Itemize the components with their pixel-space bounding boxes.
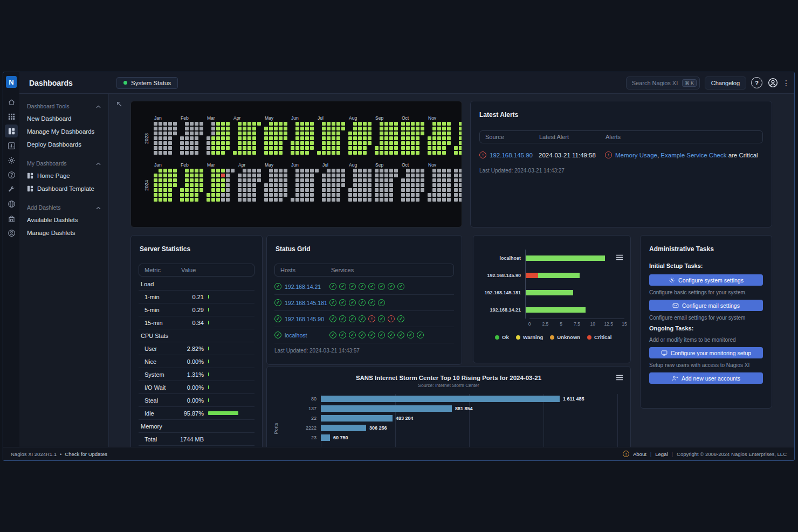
service-ok-icon[interactable]: ✓ xyxy=(368,283,375,290)
service-ok-icon[interactable]: ✓ xyxy=(329,331,336,338)
nagios-logo[interactable]: N xyxy=(6,76,17,88)
changelog-button[interactable]: Changelog xyxy=(705,77,746,89)
service-critical-icon[interactable]: ! xyxy=(388,315,395,322)
check-updates-link[interactable]: Check for Updates xyxy=(65,451,107,457)
kebab-menu-icon[interactable]: ⋮ xyxy=(782,79,788,87)
legal-link[interactable]: Legal xyxy=(655,451,668,457)
configure-gear-icon[interactable] xyxy=(5,154,18,167)
heatmap-year-row: 2024JanFebMarAprMayJunJulAugSepOctNov xyxy=(143,162,462,202)
host-link[interactable]: localhost xyxy=(285,332,307,338)
sidebar-item-dashboard-template[interactable]: Dashboard Template xyxy=(19,182,108,195)
reports-chart-icon[interactable] xyxy=(5,139,18,152)
service-ok-icon[interactable]: ✓ xyxy=(417,331,424,338)
service-ok-icon[interactable]: ✓ xyxy=(339,299,346,306)
dashlet-menu-icon[interactable] xyxy=(616,373,623,383)
status-grid-rows: ✓192.168.14.21✓✓✓✓✓✓✓✓✓192.168.145.181✓✓… xyxy=(267,279,462,343)
heatmap-day-cell xyxy=(384,198,388,202)
service-critical-icon[interactable]: ! xyxy=(368,315,375,322)
metric-bar xyxy=(208,308,209,312)
service-ok-icon[interactable]: ✓ xyxy=(378,299,385,306)
service-ok-icon[interactable]: ✓ xyxy=(359,331,366,338)
legend-item-unknown[interactable]: Unknown xyxy=(550,334,580,340)
dashboards-icon[interactable] xyxy=(5,125,18,137)
status-grid-row: ✓localhost✓✓✓✓✓✓✓✓✓✓ xyxy=(274,327,454,343)
configure-system-settings-button[interactable]: Configure system settings xyxy=(649,274,763,286)
system-status-pill[interactable]: System Status xyxy=(116,77,178,89)
host-link[interactable]: 192.168.145.181 xyxy=(285,300,327,306)
alert-source-link[interactable]: 192.168.145.90 xyxy=(490,152,533,158)
sidebar-item-available-dashlets[interactable]: Available Dashlets xyxy=(19,213,108,226)
service-ok-icon[interactable]: ✓ xyxy=(349,315,356,322)
service-ok-icon[interactable]: ✓ xyxy=(339,331,346,338)
sidebar-item-new-dashboard[interactable]: New Dashboard xyxy=(19,112,108,125)
service-ok-icon[interactable]: ✓ xyxy=(359,299,366,306)
metric-value: 0.00% xyxy=(178,384,204,391)
views-grid-icon[interactable] xyxy=(5,110,18,123)
help-circle-icon[interactable] xyxy=(5,168,18,181)
service-ok-icon[interactable]: ✓ xyxy=(368,331,375,338)
service-ok-icon[interactable]: ✓ xyxy=(378,331,385,338)
alert-service-link[interactable]: Memory Usage xyxy=(615,152,657,158)
about-link[interactable]: About xyxy=(633,451,646,457)
service-ok-icon[interactable]: ✓ xyxy=(339,283,346,290)
sidebar-item-manage-my-dashboards[interactable]: Manage My Dashboards xyxy=(19,125,108,138)
enterprise-building-icon[interactable] xyxy=(5,212,18,225)
sidebar-section-header-add-dashlets[interactable]: Add Dashlets xyxy=(19,202,108,213)
home-icon[interactable] xyxy=(5,95,18,108)
sidebar-item-label: Dashboard Template xyxy=(37,185,94,192)
service-ok-icon[interactable]: ✓ xyxy=(397,283,404,290)
service-ok-icon[interactable]: ✓ xyxy=(329,315,336,322)
sidebar-item-label: Manage My Dashboards xyxy=(27,128,94,135)
configure-your-monitoring-setup-button[interactable]: Configure your monitoring setup xyxy=(649,347,763,358)
heatmap-day-cell xyxy=(348,188,352,192)
sidebar-section-header-my-dashboards[interactable]: My Dashboards xyxy=(19,157,108,169)
service-ok-icon[interactable]: ✓ xyxy=(388,331,395,338)
critical-icon: ! xyxy=(605,151,612,158)
service-ok-icon[interactable]: ✓ xyxy=(349,299,356,306)
heatmap-day-cell xyxy=(264,151,268,155)
service-ok-icon[interactable]: ✓ xyxy=(397,315,404,322)
heatmap-month: Apr xyxy=(238,162,261,202)
heatmap-day-cell xyxy=(459,146,462,150)
alert-service-link[interactable]: Example Service Check xyxy=(661,152,726,158)
legend-item-ok[interactable]: Ok xyxy=(495,334,509,340)
sidebar-item-deploy-dashboards[interactable]: Deploy Dashboards xyxy=(19,138,108,151)
host-link[interactable]: 192.168.14.21 xyxy=(285,284,321,290)
server-statistics-card: Server Statistics Metric Value Load1-min… xyxy=(130,235,263,447)
service-ok-icon[interactable]: ✓ xyxy=(397,331,404,338)
globe-icon[interactable] xyxy=(5,197,18,210)
add-new-user-accounts-button[interactable]: Add new user accounts xyxy=(649,372,763,384)
collapse-arrow-icon[interactable] xyxy=(115,100,122,109)
legend-item-warning[interactable]: Warning xyxy=(516,334,544,340)
service-ok-icon[interactable]: ✓ xyxy=(339,315,346,322)
legend-item-critical[interactable]: Critical xyxy=(587,334,611,340)
service-ok-icon[interactable]: ✓ xyxy=(378,315,385,322)
account-icon[interactable] xyxy=(5,226,18,239)
heatmap-day-cell xyxy=(216,174,220,177)
service-ok-icon[interactable]: ✓ xyxy=(329,299,336,306)
host-link[interactable]: 192.168.145.90 xyxy=(285,316,324,322)
service-ok-icon[interactable]: ✓ xyxy=(329,283,336,290)
service-ok-icon[interactable]: ✓ xyxy=(349,331,356,338)
service-ok-icon[interactable]: ✓ xyxy=(378,283,385,290)
service-ok-icon[interactable]: ✓ xyxy=(359,283,366,290)
heatmap-day-cell xyxy=(394,174,398,177)
sidebar-section-header-dashboard-tools[interactable]: Dashboard Tools xyxy=(19,100,108,112)
service-ok-icon[interactable]: ✓ xyxy=(388,283,395,290)
help-icon[interactable]: ? xyxy=(751,77,762,88)
search-input[interactable]: Search Nagios XI ⌘ K xyxy=(626,77,700,89)
sidebar-item-home-page[interactable]: Home Page xyxy=(19,169,108,182)
service-ok-icon[interactable]: ✓ xyxy=(368,299,375,306)
heatmap-day-cell xyxy=(353,169,357,172)
configure-mail-settings-button[interactable]: Configure mail settings xyxy=(649,300,763,311)
heatmap-day-cell xyxy=(380,136,383,140)
service-ok-icon[interactable]: ✓ xyxy=(407,331,414,338)
server-stat-row-1-min: 1-min0.21 xyxy=(139,291,254,303)
heatmap-day-cell xyxy=(207,146,210,150)
admin-task-desc: Add or modify items to be monitored xyxy=(649,337,763,343)
sidebar-item-manage-dashlets[interactable]: Manage Dashlets xyxy=(19,226,108,239)
service-ok-icon[interactable]: ✓ xyxy=(349,283,356,290)
service-ok-icon[interactable]: ✓ xyxy=(359,315,366,322)
user-avatar[interactable] xyxy=(767,77,779,88)
admin-wrench-icon[interactable] xyxy=(5,183,18,196)
